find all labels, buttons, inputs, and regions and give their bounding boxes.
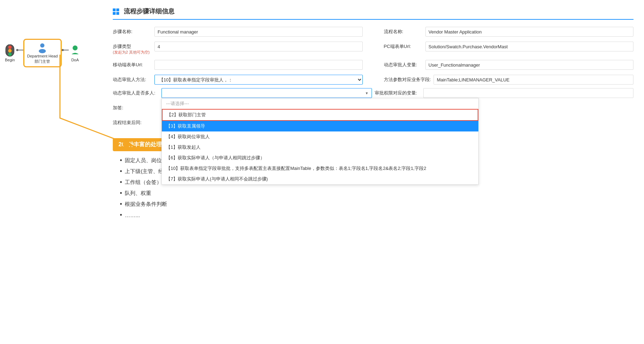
svg-rect-12 — [116, 12, 119, 15]
step-type-group: 步骤类型 (发起为2 其他可为空) — [113, 42, 363, 55]
dept-head-icon — [37, 42, 48, 53]
dropdown-option-10[interactable]: 【10】获取表单指定字段审批批，支持多表配置主表直接配置MainTable，参数… — [162, 163, 478, 174]
dynamic-approver-var-label: 动态审批人变量: — [384, 60, 423, 68]
dept-head-node: Department Head 部门主管 — [23, 39, 62, 67]
method-params-label: 方法参数对应业务字段: — [384, 75, 431, 83]
pc-url-group: PC端表单Url: — [384, 42, 634, 55]
dropdown-option-6[interactable]: 【6】获取实际申请人（与申请人相同跳过步骤） — [162, 153, 478, 163]
dynamic-method-group: 动态审批人方法: 【10】获取表单指定字段审批人，： — [113, 75, 363, 85]
approval-var-right-input[interactable] — [423, 88, 634, 98]
traffic-light-icon — [4, 44, 16, 57]
begin-node: Begin — [4, 44, 16, 62]
process-name-input[interactable] — [425, 27, 634, 37]
method-params-group: 方法参数对应业务字段: — [384, 75, 634, 85]
panel-title-bar: 流程步骤详细信息 — [113, 7, 633, 20]
svg-point-3 — [8, 53, 12, 56]
dropdown-option-placeholder[interactable]: ---请选择--- — [162, 98, 478, 109]
step-type-hint: (发起为2 其他可为空) — [113, 50, 152, 55]
step-name-label: 步骤名称: — [113, 27, 152, 35]
dynamic-method-select[interactable]: 【10】获取表单指定字段审批人，： — [154, 75, 363, 85]
process-name-label: 流程名称: — [384, 27, 423, 35]
properties-panel: 流程步骤详细信息 步骤名称: 流程名称: 步骤类型 (发起为2 其他可为空) P… — [102, 0, 644, 344]
after-process-label: 流程结束后同: — [113, 119, 159, 126]
chevron-down-icon: ▼ — [365, 91, 369, 95]
add-sign-label: 加签: — [113, 105, 159, 111]
dynamic-multi-dropdown-container[interactable]: ▼ ---请选择--- 【2】获取部门主管 【3】获取直属领导 【4】获取岗位审… — [161, 88, 372, 98]
pc-url-input[interactable] — [425, 42, 634, 51]
process-name-group: 流程名称: — [384, 27, 634, 37]
step-name-input[interactable] — [154, 27, 363, 37]
dynamic-method-select-container: 【10】获取表单指定字段审批人，： — [154, 75, 363, 85]
svg-point-1 — [8, 45, 12, 49]
bullet-item-6: ……... — [120, 211, 633, 219]
panel-title-text: 流程步骤详细信息 — [124, 8, 174, 15]
approval-var-right-container — [423, 88, 634, 98]
dynamic-approver-var-input[interactable] — [425, 60, 634, 70]
form-grid: 步骤名称: 流程名称: 步骤类型 (发起为2 其他可为空) PC端表单Url: … — [113, 27, 633, 85]
step-name-group: 步骤名称: — [113, 27, 363, 37]
dept-head-label: Department Head — [27, 54, 58, 58]
dynamic-multi-group: 动态审批人是否多人: ▼ ---请选择--- 【2】获取部门主管 【3】获取直属… — [113, 88, 633, 98]
mobile-url-group: 移动端表单Url: — [113, 60, 363, 70]
begin-label: Begin — [5, 58, 15, 62]
workflow-nodes: Begin Department Head 部门主管 — [0, 39, 81, 67]
mobile-url-input[interactable] — [154, 60, 363, 70]
svg-rect-9 — [113, 8, 116, 11]
step-type-main-label: 步骤类型 — [113, 43, 152, 50]
dropdown-option-3[interactable]: 【3】获取直属领导 — [162, 121, 478, 131]
bullet-item-4: 队列、权重 — [120, 190, 633, 197]
dynamic-multi-dropdown-menu: ---请选择--- 【2】获取部门主管 【3】获取直属领导 【4】获取岗位审批人… — [161, 98, 479, 185]
svg-text:DoA: DoA — [72, 50, 78, 53]
doa-icon: DoA — [69, 44, 81, 57]
svg-point-2 — [8, 49, 12, 53]
svg-rect-10 — [116, 8, 119, 11]
svg-point-5 — [39, 49, 46, 53]
dept-head-sublabel: 部门主管 — [35, 59, 50, 64]
step-type-label: 步骤类型 (发起为2 其他可为空) — [113, 42, 152, 55]
dynamic-approver-var-group: 动态审批人变量: — [384, 60, 634, 70]
method-params-input[interactable] — [434, 75, 633, 85]
workflow-area: Begin Department Head 部门主管 — [0, 0, 102, 344]
panel-title-icon — [113, 8, 119, 15]
bullet-item-5: 根据业务条件判断 — [120, 201, 633, 208]
dropdown-option-7[interactable]: 【7】获取实际申请人(与申请人相同不会跳过步骤) — [162, 174, 478, 184]
doa-node: DoA DoA — [69, 44, 81, 62]
svg-rect-11 — [113, 12, 116, 15]
approval-var-label-right: 审批权限对应的变量: — [375, 88, 421, 96]
svg-point-4 — [40, 43, 44, 48]
dropdown-option-1[interactable]: 【1】获取发起人 — [162, 142, 478, 153]
doa-label: DoA — [71, 58, 79, 62]
dropdown-option-2[interactable]: 【2】获取部门主管 — [162, 109, 478, 121]
pc-url-label: PC端表单Url: — [384, 42, 423, 50]
step-type-input[interactable] — [154, 42, 363, 51]
dynamic-multi-trigger[interactable]: ▼ — [161, 88, 372, 98]
dynamic-method-label: 动态审批人方法: — [113, 75, 152, 83]
dynamic-multi-label: 动态审批人是否多人: — [113, 88, 159, 96]
mobile-url-label: 移动端表单Url: — [113, 60, 152, 68]
dropdown-option-4[interactable]: 【4】获取岗位审批人 — [162, 131, 478, 142]
